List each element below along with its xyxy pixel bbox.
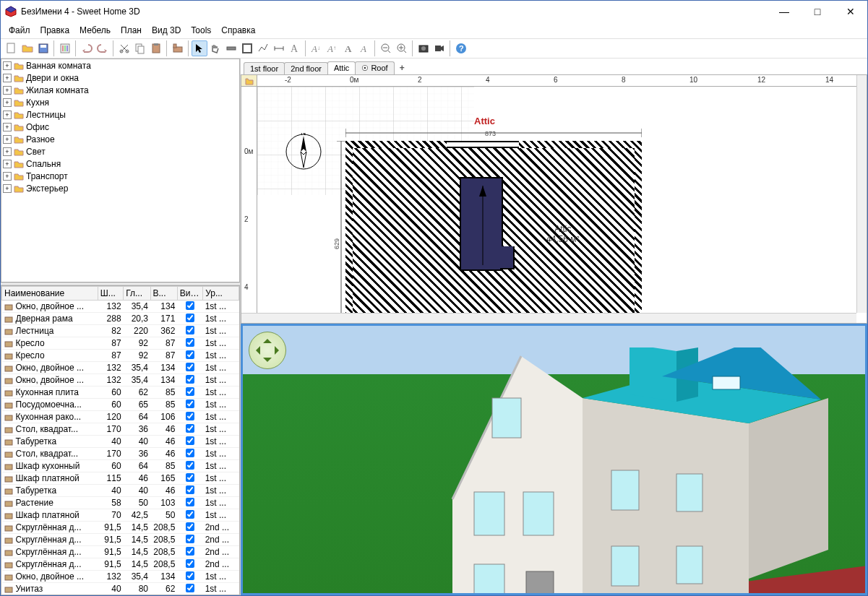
furniture-row[interactable]: Посудомоечна...6065851st ... (2, 399, 239, 411)
select-tool[interactable] (192, 40, 207, 56)
menu-справка[interactable]: Справка (216, 24, 260, 37)
furniture-row[interactable]: Окно, двойное ...13235,41341st ... (2, 362, 239, 374)
zoom-in-button[interactable] (394, 40, 410, 56)
furniture-row[interactable]: Лестница822203621st ... (2, 325, 239, 337)
visible-checkbox[interactable] (186, 387, 194, 396)
redo-button[interactable] (95, 40, 111, 56)
catalog-item[interactable]: +Кухня (1, 96, 239, 108)
video-button[interactable] (431, 40, 447, 56)
catalog-item[interactable]: +Лестницы (1, 108, 239, 121)
bold-button[interactable]: A (340, 40, 356, 56)
visible-checkbox[interactable] (186, 338, 194, 347)
catalog-item[interactable]: +Офис (1, 121, 239, 133)
furniture-row[interactable]: Скруглённая д...91,514,5208,52nd ... (2, 546, 239, 558)
col-name[interactable]: Наименование (2, 287, 98, 301)
menu-вид 3d[interactable]: Вид 3D (147, 24, 186, 37)
zoom-out-button[interactable] (378, 40, 394, 56)
visible-checkbox[interactable] (186, 350, 194, 359)
menu-план[interactable]: План (116, 24, 147, 37)
wall-tool[interactable] (223, 40, 239, 56)
visible-checkbox[interactable] (186, 400, 194, 408)
catalog-item[interactable]: +Жилая комната (1, 84, 239, 96)
furniture-row[interactable]: Стол, квадрат...17036461st ... (2, 423, 239, 436)
visible-checkbox[interactable] (186, 510, 194, 519)
col-width[interactable]: Ш... (98, 287, 123, 301)
catalog-item[interactable]: +Ванная комната (1, 59, 239, 72)
furniture-row[interactable]: Растение58501031st ... (2, 497, 239, 509)
visible-checkbox[interactable] (186, 314, 194, 322)
furniture-row[interactable]: Шкаф кухонный6064851st ... (2, 460, 239, 472)
menu-tools[interactable]: Tools (186, 24, 216, 37)
catalog-tree[interactable]: +Ванная комната+Двери и окна+Жилая комна… (1, 59, 240, 282)
catalog-item[interactable]: +Транспорт (1, 170, 239, 182)
furniture-row[interactable]: Скруглённая д...91,514,5208,52nd ... (2, 558, 239, 571)
col-depth[interactable]: Гл... (124, 287, 150, 301)
catalog-item[interactable]: +Двери и окна (1, 72, 239, 84)
expand-icon[interactable]: + (3, 111, 12, 119)
view-3d[interactable] (241, 324, 867, 595)
open-button[interactable] (20, 40, 35, 56)
visible-checkbox[interactable] (186, 522, 194, 531)
col-height[interactable]: В... (150, 287, 177, 301)
new-button[interactable] (4, 40, 20, 56)
dimension-tool[interactable] (271, 40, 287, 56)
furniture-row[interactable]: Кресло8792871st ... (2, 350, 239, 362)
cut-button[interactable] (116, 40, 132, 56)
furniture-row[interactable]: Шкаф платяной115461651st ... (2, 472, 239, 485)
italic-button[interactable]: A (356, 40, 372, 56)
furniture-row[interactable]: Табуретка4040461st ... (2, 485, 239, 497)
plan-view[interactable]: -2 0м 2 4 6 8 10 12 14 0м 2 4 (241, 74, 867, 324)
visible-checkbox[interactable] (186, 547, 194, 556)
expand-icon[interactable]: + (3, 172, 12, 181)
visible-checkbox[interactable] (186, 498, 194, 506)
visible-checkbox[interactable] (186, 375, 194, 384)
col-level[interactable]: Ур... (203, 287, 239, 301)
maximize-button[interactable]: □ (801, 1, 834, 22)
level-up-button[interactable]: A↑ (325, 40, 340, 56)
tab-2nd-floor[interactable]: 2nd floor (284, 62, 328, 74)
furniture-row[interactable]: Скруглённая д...91,514,5208,52nd ... (2, 534, 239, 546)
visible-checkbox[interactable] (186, 424, 194, 433)
paste-button[interactable] (148, 40, 164, 56)
visible-checkbox[interactable] (186, 571, 194, 580)
catalog-item[interactable]: +Разное (1, 133, 239, 145)
preferences-button[interactable] (57, 40, 73, 56)
furniture-row[interactable]: Унитаз4080621st ... (2, 583, 239, 595)
visible-checkbox[interactable] (186, 412, 194, 420)
save-button[interactable] (35, 40, 51, 56)
visible-checkbox[interactable] (186, 461, 194, 470)
expand-icon[interactable]: + (3, 86, 12, 95)
catalog-item[interactable]: +Спальня (1, 157, 239, 170)
compass-icon[interactable]: N (285, 133, 322, 170)
menu-правка[interactable]: Правка (35, 24, 75, 37)
furniture-row[interactable]: Кухонная плита6062851st ... (2, 386, 239, 399)
visible-checkbox[interactable] (186, 584, 194, 592)
catalog-item[interactable]: +Экстерьер (1, 182, 239, 194)
add-furniture-button[interactable] (170, 40, 186, 56)
furniture-row[interactable]: Окно, двойное ...13235,41341st ... (2, 301, 239, 313)
visible-checkbox[interactable] (186, 535, 194, 543)
furniture-row[interactable]: Окно, двойное ...13235,41341st ... (2, 374, 239, 386)
copy-button[interactable] (132, 40, 148, 56)
tab-1st-floor[interactable]: 1st floor (244, 62, 285, 74)
furniture-panel[interactable]: Наименование Ш... Гл... В... Вид... Ур..… (1, 285, 240, 595)
expand-icon[interactable]: + (3, 61, 12, 70)
visible-checkbox[interactable] (186, 326, 194, 334)
visible-checkbox[interactable] (186, 363, 194, 371)
furniture-row[interactable]: Окно, двойное ...13235,41341st ... (2, 571, 239, 583)
photo-button[interactable] (416, 40, 431, 56)
col-visible[interactable]: Вид... (177, 287, 202, 301)
help-button[interactable]: ? (453, 40, 469, 56)
pan-tool[interactable] (207, 40, 223, 56)
visible-checkbox[interactable] (186, 449, 194, 457)
furniture-row[interactable]: Табуретка4040461st ... (2, 436, 239, 448)
door-opening[interactable] (447, 141, 519, 148)
stair-object[interactable] (460, 177, 503, 271)
plan-vscroll[interactable] (856, 75, 867, 313)
visible-checkbox[interactable] (186, 485, 194, 494)
nav-widget[interactable] (249, 332, 286, 369)
furniture-row[interactable]: Кресло8792871st ... (2, 337, 239, 350)
level-down-button[interactable]: A↓ (309, 40, 325, 56)
undo-button[interactable] (79, 40, 95, 56)
expand-icon[interactable]: + (3, 184, 12, 193)
